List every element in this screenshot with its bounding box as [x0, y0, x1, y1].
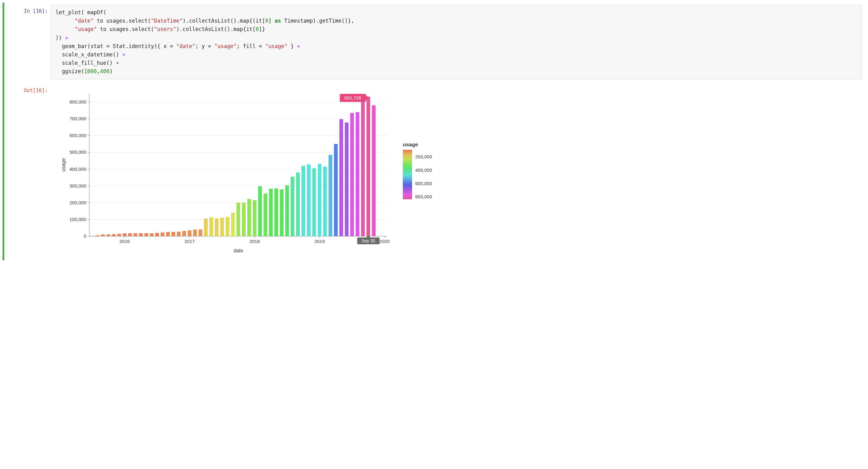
usage-bar-chart[interactable]: 0100,000200,000300,000400,000500,000600,…: [58, 88, 394, 255]
chart-bar[interactable]: [133, 233, 137, 236]
chart-bar[interactable]: [123, 233, 126, 236]
chart-bar[interactable]: [280, 190, 284, 236]
svg-text:usage: usage: [61, 158, 66, 172]
legend-ticks: 200,000400,000600,000800,000: [415, 150, 432, 199]
chart-bar[interactable]: [345, 123, 348, 236]
chart-bar[interactable]: [166, 232, 170, 236]
chart-bar[interactable]: [318, 164, 321, 236]
chart-bar[interactable]: [139, 233, 143, 236]
chart-bar[interactable]: [242, 202, 246, 236]
chart-bar[interactable]: [367, 96, 370, 236]
chart-bar[interactable]: [106, 234, 110, 236]
svg-text:2018: 2018: [249, 239, 260, 244]
svg-text:0: 0: [84, 233, 86, 239]
svg-text:2016: 2016: [120, 239, 130, 244]
chart-bar[interactable]: [101, 234, 105, 236]
chart-bar[interactable]: [182, 231, 186, 236]
svg-text:2017: 2017: [184, 239, 194, 244]
chart-bar[interactable]: [96, 235, 99, 236]
legend-tick: 200,000: [415, 154, 432, 159]
output-cell: Out[16]: 0100,000200,000300,000400,00050…: [4, 82, 866, 260]
chart-bar[interactable]: [290, 176, 294, 236]
chart-bar[interactable]: [312, 168, 316, 236]
chart-bar[interactable]: [258, 186, 262, 236]
chart-bar[interactable]: [171, 232, 175, 236]
svg-text:300,000: 300,000: [69, 183, 86, 188]
chart-bar[interactable]: [361, 99, 365, 236]
chart-legend: usage 200,000400,000600,000800,000: [403, 142, 432, 201]
input-prompt: In [16]:: [4, 5, 51, 14]
chart-bar[interactable]: [220, 217, 224, 236]
chart-bar[interactable]: [334, 144, 338, 236]
chart-bar[interactable]: [215, 218, 218, 236]
svg-text:831.726: 831.726: [344, 95, 361, 100]
chart-bar[interactable]: [269, 189, 273, 236]
chart-bar[interactable]: [128, 233, 132, 236]
legend-tick: 800,000: [415, 194, 432, 199]
chart-bar[interactable]: [161, 233, 164, 236]
chart-bar[interactable]: [231, 213, 235, 236]
chart-bar[interactable]: [90, 236, 94, 236]
code-editor[interactable]: let_plot( mapOf( "date" to usages.select…: [51, 5, 862, 79]
chart-bar[interactable]: [112, 234, 116, 236]
chart-bar[interactable]: [247, 199, 251, 236]
svg-text:200,000: 200,000: [69, 200, 86, 205]
legend-title: usage: [403, 142, 432, 148]
chart-bar[interactable]: [237, 202, 240, 236]
chart-bar[interactable]: [144, 233, 148, 236]
chart-bar[interactable]: [193, 229, 197, 236]
chart-bar[interactable]: [323, 166, 327, 236]
chart-bar[interactable]: [150, 233, 154, 236]
svg-text:2020: 2020: [379, 239, 390, 244]
output-area: 0100,000200,000300,000400,000500,000600,…: [51, 84, 862, 258]
notebook-container: In [16]: let_plot( mapOf( "date" to usag…: [2, 2, 866, 260]
chart-bar[interactable]: [117, 234, 121, 236]
chart-bar[interactable]: [274, 188, 278, 236]
svg-text:400,000: 400,000: [69, 166, 86, 171]
chart-bar[interactable]: [372, 105, 375, 236]
svg-text:date: date: [234, 248, 243, 253]
input-cell: In [16]: let_plot( mapOf( "date" to usag…: [4, 2, 866, 82]
chart-bar[interactable]: [188, 230, 191, 236]
legend-tick: 400,000: [415, 167, 432, 173]
svg-text:800,000: 800,000: [69, 99, 86, 104]
chart-bar[interactable]: [301, 166, 305, 236]
chart-bar[interactable]: [198, 229, 202, 236]
chart-bar[interactable]: [264, 194, 267, 236]
chart-bar[interactable]: [296, 172, 300, 236]
chart-bar[interactable]: [340, 119, 343, 236]
svg-text:100,000: 100,000: [69, 216, 86, 222]
chart-bar[interactable]: [350, 113, 354, 236]
chart-bar[interactable]: [329, 155, 332, 236]
svg-text:2019: 2019: [314, 239, 324, 244]
chart-bar[interactable]: [210, 217, 213, 236]
svg-text:600,000: 600,000: [69, 133, 86, 138]
chart-bar[interactable]: [253, 200, 256, 236]
chart-bar[interactable]: [204, 219, 208, 236]
chart-bar[interactable]: [307, 164, 311, 236]
legend-color-bar: [403, 150, 412, 199]
chart-bar[interactable]: [355, 112, 360, 236]
svg-text:Sep 30: Sep 30: [362, 238, 375, 243]
chart-bar[interactable]: [177, 232, 181, 236]
legend-tick: 600,000: [415, 181, 432, 186]
chart-bar[interactable]: [155, 233, 159, 236]
svg-text:700,000: 700,000: [69, 116, 86, 121]
output-prompt: Out[16]:: [4, 84, 51, 93]
svg-text:500,000: 500,000: [69, 149, 86, 155]
chart-bar[interactable]: [285, 186, 289, 236]
chart-bar[interactable]: [226, 217, 229, 236]
